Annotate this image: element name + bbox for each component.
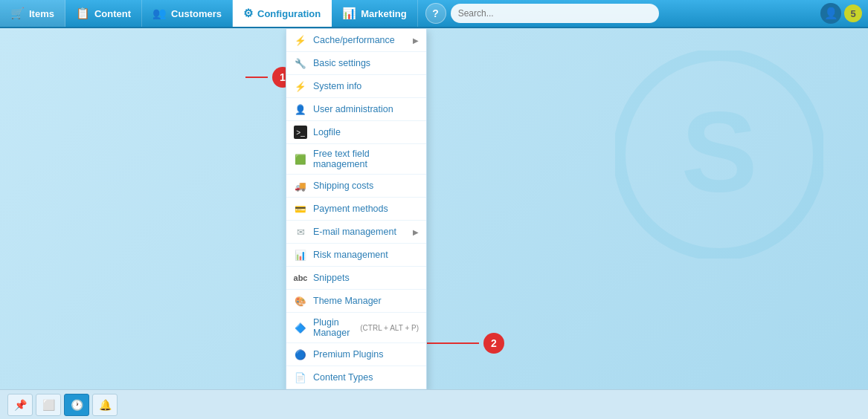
nav-customers[interactable]: 👥 Customers	[142, 0, 233, 27]
marketing-icon: 📊	[342, 7, 356, 20]
menu-logfile[interactable]: >_ Logfile	[286, 121, 426, 144]
callout-2-circle: 2	[483, 333, 504, 354]
menu-payment[interactable]: 💳 Payment methods	[286, 198, 426, 221]
menu-theme-label: Theme Manager	[313, 296, 419, 306]
menu-freefield-label: Free text field management	[313, 149, 419, 169]
menu-system-info[interactable]: ⚡ System info	[286, 75, 426, 98]
cache-icon: ⚡	[294, 33, 307, 47]
menu-plugin-label: Plugin Manager	[313, 317, 353, 338]
user-icon[interactable]: 👤	[820, 3, 841, 24]
badge-number: 5	[844, 4, 862, 22]
nav-marketing-label: Marketing	[361, 8, 406, 19]
sysinfo-icon: ⚡	[294, 79, 307, 93]
configuration-dropdown: ⚡ Cache/performance ▶ 🔧 Basic settings ⚡…	[286, 28, 427, 389]
menu-content-types[interactable]: 📄 Content Types	[286, 366, 426, 389]
callout-1-line	[245, 77, 268, 78]
content-icon: 📋	[76, 7, 90, 20]
plugin-shortcut: (CTRL + ALT + P)	[360, 324, 419, 332]
menu-risk-label: Risk management	[313, 250, 419, 260]
search-area: ?	[418, 0, 814, 27]
menu-logfile-label: Logfile	[313, 127, 419, 137]
help-button[interactable]: ?	[425, 3, 446, 24]
callout-2: 2	[419, 333, 504, 354]
menu-premium-plugins[interactable]: 🔵 Premium Plugins	[286, 343, 426, 366]
customers-icon: 👥	[152, 7, 167, 20]
watermark-logo: S	[615, 51, 823, 259]
email-arrow-icon: ▶	[413, 228, 419, 236]
taskbar-pin-button[interactable]: 📌	[7, 394, 33, 416]
shipping-icon: 🚚	[294, 179, 307, 192]
logfile-icon: >_	[294, 126, 307, 139]
cache-arrow-icon: ▶	[413, 36, 419, 45]
menu-basic-settings[interactable]: 🔧 Basic settings	[286, 52, 426, 75]
nav-content[interactable]: 📋 Content	[65, 0, 142, 27]
menu-shipping-label: Shipping costs	[313, 181, 419, 191]
menu-cache-label: Cache/performance	[313, 35, 407, 45]
menu-shipping-costs[interactable]: 🚚 Shipping costs	[286, 175, 426, 198]
snippets-icon: abc	[294, 271, 307, 285]
menu-risk[interactable]: 📊 Risk management	[286, 244, 426, 267]
taskbar-clock-button[interactable]: 🕐	[64, 394, 89, 416]
basic-settings-icon: 🔧	[294, 56, 307, 70]
nav-marketing[interactable]: 📊 Marketing	[332, 0, 417, 27]
menu-payment-label: Payment methods	[313, 204, 419, 214]
menu-snippets[interactable]: abc Snippets	[286, 267, 426, 290]
nav-right: 👤 5	[814, 0, 868, 27]
theme-icon: 🎨	[294, 294, 307, 308]
nav-items[interactable]: 🛒 Items	[0, 0, 65, 27]
menu-email[interactable]: ✉ E-mail management ▶	[286, 221, 426, 244]
menu-premium-label: Premium Plugins	[313, 349, 419, 360]
main-content: S 1 2 ⚡ Cache/performance ▶ 🔧 Basic sett…	[0, 28, 868, 389]
freefield-icon: 🟩	[294, 152, 307, 166]
items-icon: 🛒	[10, 7, 25, 20]
email-icon: ✉	[294, 225, 307, 238]
menu-user-admin[interactable]: 👤 User administration	[286, 98, 426, 121]
menu-email-label: E-mail management	[313, 227, 407, 237]
contenttypes-icon: 📄	[294, 371, 307, 384]
nav-items-label: Items	[29, 8, 54, 19]
payment-icon: 💳	[294, 202, 307, 215]
risk-icon: 📊	[294, 248, 307, 262]
menu-contenttypes-label: Content Types	[313, 372, 419, 383]
user-admin-icon: 👤	[294, 103, 307, 116]
taskbar: 📌 ⬜ 🕐 🔔	[0, 389, 868, 419]
menu-theme-manager[interactable]: 🎨 Theme Manager	[286, 290, 426, 313]
menu-free-text[interactable]: 🟩 Free text field management	[286, 144, 426, 175]
menu-basic-label: Basic settings	[313, 58, 419, 68]
menu-user-label: User administration	[313, 104, 419, 114]
nav-configuration-label: Configuration	[257, 8, 321, 19]
menu-sysinfo-label: System info	[313, 81, 419, 91]
nav-configuration[interactable]: ⚙ Configuration	[233, 0, 332, 27]
configuration-icon: ⚙	[243, 7, 253, 20]
menu-plugin-manager[interactable]: 🔷 Plugin Manager (CTRL + ALT + P)	[286, 313, 426, 343]
nav-customers-label: Customers	[171, 8, 222, 19]
taskbar-bell-button[interactable]: 🔔	[92, 394, 118, 416]
taskbar-window-button[interactable]: ⬜	[36, 394, 61, 416]
nav-content-label: Content	[94, 8, 131, 19]
callout-2-line	[419, 342, 479, 344]
svg-text:S: S	[681, 88, 758, 216]
menu-snippets-label: Snippets	[313, 273, 419, 283]
plugin-icon: 🔷	[294, 321, 307, 334]
navbar: 🛒 Items 📋 Content 👥 Customers ⚙ Configur…	[0, 0, 868, 28]
menu-cache-performance[interactable]: ⚡ Cache/performance ▶	[286, 29, 426, 52]
search-input[interactable]	[451, 4, 659, 23]
premium-icon: 🔵	[294, 348, 307, 361]
